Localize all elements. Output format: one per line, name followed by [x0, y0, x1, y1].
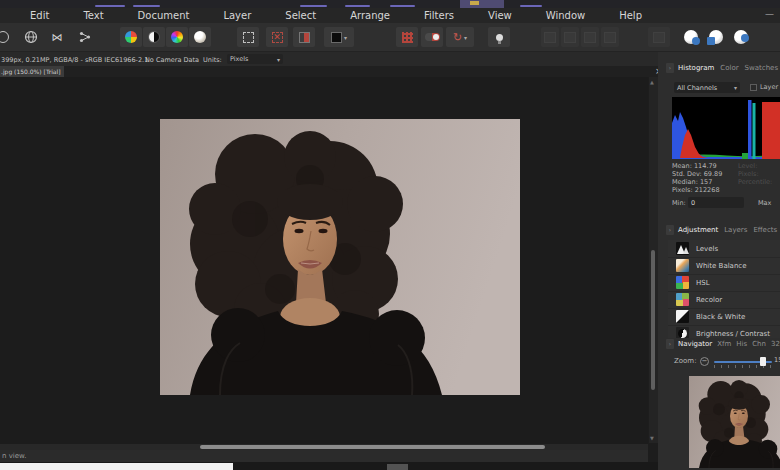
main-toolbar: ⋈ ✕ ▾ ↻ ▾	[0, 23, 780, 52]
menu-view[interactable]: View	[488, 10, 512, 21]
invert-selection-icon	[299, 32, 310, 43]
disabled-button-3	[581, 27, 599, 47]
affinity-photo-window: Edit Text Document Layer Select Arrange …	[0, 0, 780, 470]
min-label: Min:	[672, 199, 686, 207]
stat-mean: Mean: 114.79	[672, 162, 717, 170]
tab-channels[interactable]: Chn	[752, 340, 766, 348]
flip-horizontal-button[interactable]: ⋈	[46, 27, 68, 47]
adjustment-black-white[interactable]: Black & White	[668, 308, 780, 326]
menu-layer[interactable]: Layer	[223, 10, 251, 21]
tab-layers[interactable]: Layers	[724, 226, 747, 234]
tab-adjustment[interactable]: Adjustment	[678, 226, 718, 234]
persona-icon-fragment	[345, 5, 370, 7]
zoom-slider-handle[interactable]	[760, 357, 766, 366]
insert-behind-button[interactable]	[680, 27, 702, 47]
disabled-icon	[584, 32, 596, 43]
vertical-scrollbar-thumb[interactable]	[651, 250, 655, 390]
snapping-toggle-button[interactable]	[421, 27, 443, 47]
auto-levels-button[interactable]	[120, 27, 142, 47]
menu-text[interactable]: Text	[83, 10, 103, 21]
panel-collapse-icon[interactable]: ›	[666, 225, 674, 235]
adjustment-hsl[interactable]: HSL	[668, 274, 780, 292]
stat-stddev: Std. Dev: 69.89	[672, 170, 722, 178]
selection-marquee-button[interactable]	[237, 27, 259, 47]
tab-history[interactable]: His	[736, 340, 747, 348]
adjustment-brightness-contrast[interactable]: Brightness / Contrast	[668, 325, 780, 338]
auto-contrast-button[interactable]	[143, 27, 165, 47]
units-value: Pixels	[230, 55, 248, 63]
menu-filters[interactable]: Filters	[424, 10, 454, 21]
flip-icon: ⋈	[52, 32, 63, 43]
toggle-icon	[425, 33, 440, 41]
layer-checkbox[interactable]	[750, 84, 757, 91]
disabled-icon	[544, 32, 556, 43]
navigator-thumbnail[interactable]	[689, 376, 780, 469]
studio-panel-tabs: Histogram Color Swatches Brushes	[678, 64, 780, 72]
marquee-icon	[243, 32, 254, 43]
tab-32-preview[interactable]: 32P	[771, 340, 780, 348]
canvas[interactable]	[0, 77, 648, 444]
insert-inside-button[interactable]	[705, 27, 727, 47]
vertical-scrollbar[interactable]: ▲ ▼	[649, 77, 658, 443]
zoom-out-button[interactable]: −	[700, 357, 709, 366]
chevron-down-icon: ▾	[464, 34, 467, 41]
share-icon	[79, 31, 91, 43]
units-label: Units:	[203, 56, 222, 64]
chevron-down-icon: ▾	[734, 84, 737, 91]
menu-arrange[interactable]: Arrange	[350, 10, 390, 21]
share-button[interactable]	[74, 27, 96, 47]
tab-histogram[interactable]: Histogram	[678, 64, 714, 72]
snapping-grid-button[interactable]	[396, 27, 418, 47]
stat-median: Median: 157	[672, 178, 712, 186]
tab-swatches[interactable]: Swatches	[745, 64, 778, 72]
hsl-icon	[676, 276, 689, 289]
menu-edit[interactable]: Edit	[30, 10, 49, 21]
stat-percentile-dim: Percentile:	[738, 178, 772, 186]
scroll-up-icon[interactable]: ▲	[650, 79, 654, 85]
min-input[interactable]: 0	[688, 197, 744, 208]
menu-help[interactable]: Help	[619, 10, 642, 21]
adjustment-levels[interactable]: Levels	[668, 240, 780, 258]
rotate-document-button[interactable]	[0, 27, 14, 47]
sphere-tool-button[interactable]	[20, 27, 42, 47]
lightbulb-icon	[496, 34, 503, 41]
auto-white-balance-button[interactable]	[189, 27, 211, 47]
tab-transform[interactable]: Xfm	[717, 340, 731, 348]
scroll-down-icon[interactable]: ▼	[650, 435, 654, 441]
persona-icon-fragment	[390, 5, 415, 7]
panel-collapse-icon[interactable]: ›	[666, 339, 674, 349]
histogram-chart	[672, 97, 780, 159]
colour-swatch-dropdown[interactable]: ▾	[324, 27, 354, 47]
snapping-options-dropdown[interactable]: ↻ ▾	[446, 27, 474, 47]
swatch-icon	[331, 32, 342, 43]
persona-toolbar-cropped	[0, 0, 780, 8]
zoom-label: Zoom:	[674, 357, 697, 365]
tab-navigator[interactable]: Navigator	[678, 340, 712, 348]
insert-on-top-button[interactable]	[730, 27, 752, 47]
persona-icon-fragment	[300, 5, 327, 7]
panel-collapse-icon[interactable]: ›	[666, 63, 674, 73]
invert-selection-button[interactable]	[293, 27, 315, 47]
units-dropdown[interactable]: Pixels ▾	[227, 54, 283, 64]
disabled-button-5	[648, 27, 670, 47]
deselect-button[interactable]: ✕	[266, 27, 288, 47]
assistant-button[interactable]	[488, 27, 510, 47]
menu-window[interactable]: Window	[546, 10, 585, 21]
max-label: Max	[758, 199, 771, 207]
auto-colours-button[interactable]	[166, 27, 188, 47]
menu-select[interactable]: Select	[285, 10, 316, 21]
menu-document[interactable]: Document	[138, 10, 190, 21]
insert-behind-icon	[684, 30, 698, 44]
taskbar-search-fragment	[0, 463, 233, 470]
channel-select-dropdown[interactable]: All Channels ▾	[674, 82, 740, 93]
minimize-button[interactable]: —	[765, 9, 774, 19]
auto-white-balance-icon	[194, 31, 206, 43]
adjustment-white-balance[interactable]: White Balance	[668, 257, 780, 275]
adjustment-recolor[interactable]: Recolor	[668, 291, 780, 309]
document-tab[interactable]: .jpg (150.0%) [Trial]	[0, 66, 64, 77]
rotate-red-icon: ↻	[453, 32, 462, 43]
horizontal-scrollbar-thumb[interactable]	[200, 445, 545, 449]
tab-color[interactable]: Color	[720, 64, 738, 72]
tab-effects[interactable]: Effects	[753, 226, 777, 234]
channel-select-value: All Channels	[677, 84, 717, 92]
